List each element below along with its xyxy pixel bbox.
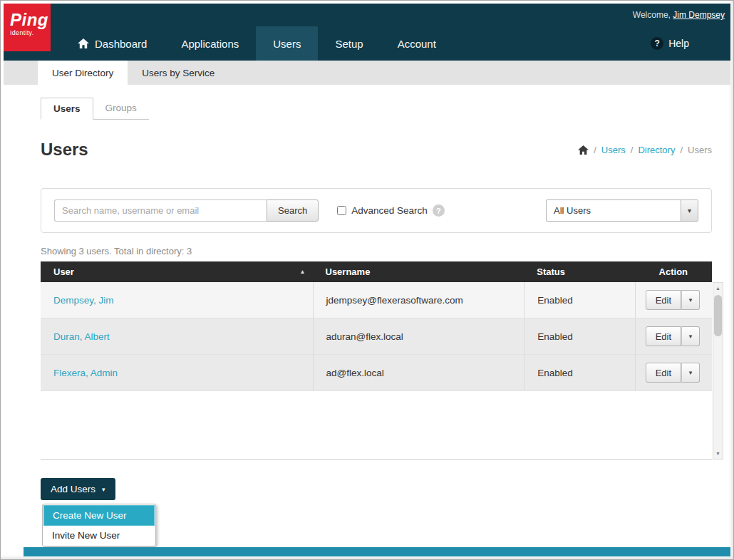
- tab-groups[interactable]: Groups: [93, 98, 149, 119]
- breadcrumb: / Users / Directory / Users: [578, 145, 712, 155]
- chevron-down-icon: ▾: [681, 200, 698, 221]
- tab-label: Users: [53, 103, 81, 114]
- results-summary: Showing 3 users. Total in directory: 3: [41, 246, 712, 256]
- nav-label: Dashboard: [95, 38, 147, 50]
- user-name-link[interactable]: Dempsey, Jim: [53, 295, 114, 306]
- breadcrumb-home-icon[interactable]: [578, 145, 589, 155]
- column-label: Status: [537, 266, 565, 277]
- caret-down-icon: ▾: [102, 486, 105, 493]
- breadcrumb-current: Users: [688, 145, 712, 155]
- edit-dropdown-caret[interactable]: ▾: [681, 363, 700, 383]
- username-cell: ad@flex.local: [326, 368, 384, 378]
- tab-users-by-service[interactable]: Users by Service: [128, 61, 229, 85]
- users-table-main: User ▲ Username Status Action Dempsey, J…: [41, 261, 712, 460]
- column-label: Action: [659, 266, 688, 277]
- column-label: User: [53, 266, 74, 277]
- tab-label: Groups: [105, 103, 137, 113]
- content-tabbar: Users Groups: [41, 98, 149, 120]
- breadcrumb-separator: /: [631, 145, 634, 155]
- breadcrumb-link-users[interactable]: Users: [601, 145, 626, 155]
- tab-label: Users by Service: [142, 68, 214, 78]
- edit-split-button: Edit ▾: [646, 326, 700, 346]
- breadcrumb-link-directory[interactable]: Directory: [638, 145, 675, 155]
- status-cell: Enabled: [537, 295, 573, 306]
- nav-label: Account: [398, 38, 436, 50]
- breadcrumb-separator: /: [680, 145, 683, 155]
- edit-dropdown-caret[interactable]: ▾: [681, 326, 700, 346]
- column-header-action: Action: [635, 266, 712, 277]
- ping-identity-logo[interactable]: Ping Identity.: [4, 4, 51, 51]
- search-input[interactable]: [54, 199, 267, 222]
- advanced-search-help-icon[interactable]: ?: [433, 204, 445, 217]
- nav-account[interactable]: Account: [381, 26, 453, 61]
- menu-item-invite-new-user[interactable]: Invite New User: [43, 526, 155, 545]
- advanced-search-label: Advanced Search: [351, 205, 428, 216]
- help-label: Help: [668, 38, 689, 49]
- user-filter-select[interactable]: All Users ▾: [546, 199, 698, 222]
- help-icon: ?: [651, 37, 663, 50]
- footer-bar: [24, 547, 730, 556]
- edit-button[interactable]: Edit: [646, 363, 681, 383]
- welcome-area: Welcome, Jim Dempsey: [633, 10, 725, 20]
- table-row: Dempsey, Jim jdempsey@flexerasoftware.co…: [41, 282, 712, 318]
- nav-users[interactable]: Users: [256, 26, 318, 61]
- edit-dropdown-caret[interactable]: ▾: [681, 290, 700, 310]
- nav-label: Applications: [181, 38, 239, 50]
- advanced-search-checkbox[interactable]: [337, 206, 346, 215]
- welcome-prefix: Welcome,: [633, 10, 671, 20]
- service-tabbar: User Directory Users by Service: [4, 61, 730, 85]
- add-users-label: Add Users: [51, 484, 95, 494]
- edit-split-button: Edit ▾: [646, 290, 700, 310]
- search-panel: Search Advanced Search ? All Users ▾: [41, 188, 712, 233]
- scroll-down-icon[interactable]: ▼: [713, 448, 723, 459]
- table-row: Flexera, Admin ad@flex.local Enabled Edi…: [41, 355, 712, 391]
- main-content: Users Groups Users / Users / Directory /…: [4, 85, 730, 546]
- column-header-status[interactable]: Status: [524, 266, 634, 277]
- status-cell: Enabled: [537, 368, 573, 378]
- column-header-username[interactable]: Username: [313, 266, 524, 277]
- scrollbar-thumb[interactable]: [714, 295, 722, 336]
- edit-split-button: Edit ▾: [646, 363, 700, 383]
- logo-sub-text: Identity.: [10, 29, 51, 36]
- nav-applications[interactable]: Applications: [164, 26, 256, 61]
- logo-brand-text: Ping: [10, 11, 51, 29]
- table-empty-space: [41, 391, 712, 459]
- breadcrumb-separator: /: [594, 145, 596, 155]
- column-header-user[interactable]: User ▲: [41, 266, 313, 277]
- current-user-link[interactable]: Jim Dempsey: [673, 10, 725, 20]
- add-users-menu: Create New User Invite New User: [42, 504, 156, 546]
- table-row: Duran, Albert aduran@flex.local Enabled …: [41, 318, 712, 355]
- main-nav: Dashboard Applications Users Setup Accou…: [61, 26, 730, 61]
- help-button[interactable]: ? Help: [651, 26, 689, 61]
- table-scrollbar[interactable]: ▲ ▼: [713, 282, 723, 460]
- tab-user-directory[interactable]: User Directory: [38, 61, 128, 85]
- search-button[interactable]: Search: [267, 199, 319, 222]
- sort-asc-icon: ▲: [300, 269, 306, 275]
- user-name-link[interactable]: Duran, Albert: [53, 331, 110, 342]
- menu-item-create-new-user[interactable]: Create New User: [43, 505, 155, 526]
- top-header: Ping Identity. Welcome, Jim Dempsey Dash…: [4, 4, 730, 61]
- add-users-button[interactable]: Add Users ▾: [41, 478, 115, 500]
- status-cell: Enabled: [537, 331, 573, 342]
- nav-label: Setup: [335, 38, 363, 50]
- users-table: User ▲ Username Status Action Dempsey, J…: [41, 261, 723, 460]
- title-row: Users / Users / Directory / Users: [41, 140, 712, 160]
- user-name-link[interactable]: Flexera, Admin: [53, 368, 118, 378]
- tab-label: User Directory: [52, 68, 113, 78]
- user-filter-value: All Users: [547, 205, 681, 216]
- tab-users[interactable]: Users: [41, 98, 93, 120]
- edit-button[interactable]: Edit: [646, 326, 681, 346]
- nav-label: Users: [273, 38, 301, 50]
- nav-dashboard[interactable]: Dashboard: [61, 26, 164, 61]
- page-title: Users: [41, 140, 88, 160]
- app-window: Ping Identity. Welcome, Jim Dempsey Dash…: [0, 0, 734, 560]
- edit-button[interactable]: Edit: [646, 290, 681, 310]
- username-cell: jdempsey@flexerasoftware.com: [326, 295, 463, 306]
- home-icon: [78, 38, 89, 48]
- username-cell: aduran@flex.local: [326, 331, 403, 342]
- table-header-row: User ▲ Username Status Action: [41, 261, 712, 282]
- column-label: Username: [326, 266, 371, 277]
- scroll-up-icon[interactable]: ▲: [713, 283, 723, 294]
- nav-setup[interactable]: Setup: [318, 26, 380, 61]
- advanced-search-group: Advanced Search ?: [337, 204, 445, 217]
